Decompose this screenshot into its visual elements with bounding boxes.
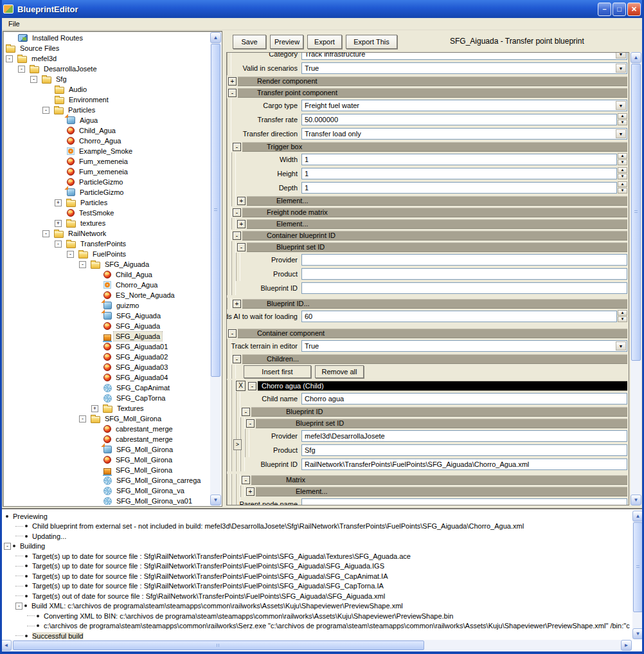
collapse-section-icon[interactable]: - [233, 143, 241, 151]
spinner-down-icon[interactable]: ▼ [618, 188, 627, 194]
tree-item[interactable]: -SFG_Moll_Girona [4, 413, 210, 424]
collapse-toggle-icon[interactable]: - [6, 55, 13, 62]
tree-item[interactable]: SFG_Aiguada [4, 331, 210, 341]
spinner-control[interactable]: ▲▼ [618, 113, 627, 126]
collapse-section-icon[interactable]: - [233, 355, 241, 363]
tree-item[interactable]: SFG_CapAnimat [4, 383, 210, 393]
log-horizontal-scrollbar[interactable]: ◄ ► [1, 640, 632, 651]
tree-item[interactable]: Child_Agua [4, 269, 210, 280]
text-field[interactable] [301, 498, 627, 505]
log-entry[interactable]: Successful build [1, 631, 631, 639]
section-header-bar[interactable]: Trigger box [242, 142, 627, 152]
section-header-bar[interactable]: Container component [238, 329, 627, 338]
log-entry[interactable]: c:\archivos de programa\steam\steamapps\… [1, 621, 631, 631]
section-header-bar[interactable]: Freight node matrix [242, 208, 627, 217]
section-header-bar[interactable]: Container blueprint ID [242, 231, 627, 241]
scroll-up-icon[interactable]: ▲ [210, 32, 221, 43]
collapse-toggle-icon[interactable]: - [42, 230, 49, 237]
preview-button[interactable]: Preview [270, 35, 303, 49]
spinner-down-icon[interactable]: ▼ [618, 174, 627, 179]
menu-file[interactable]: File [6, 19, 22, 28]
delete-child-button[interactable]: X [236, 381, 246, 391]
form-scrollbar[interactable]: ▲ ▼ [631, 52, 641, 505]
collapse-toggle-icon[interactable]: - [18, 66, 25, 73]
spinner-down-icon[interactable]: ▼ [618, 120, 627, 125]
collapse-section-icon[interactable]: - [233, 232, 241, 240]
tree-item[interactable]: Installed Routes [4, 33, 210, 43]
dropdown-arrow-icon[interactable]: ▼ [616, 101, 626, 110]
dropdown-arrow-icon[interactable]: ▼ [616, 64, 626, 73]
log-entry[interactable]: Previewing [1, 511, 631, 522]
minimize-button[interactable]: – [598, 3, 611, 16]
expand-toggle-icon[interactable]: + [55, 199, 62, 206]
tree-item[interactable]: Audio [4, 84, 210, 95]
spinner-up-icon[interactable]: ▲ [618, 181, 627, 187]
collapse-toggle-icon[interactable]: - [67, 251, 74, 258]
text-field[interactable]: 1 [301, 182, 617, 194]
dropdown-field[interactable]: Track infrastructure▼ [301, 52, 627, 60]
tree-item[interactable]: Fum_xemeneia [4, 167, 210, 177]
collapse-toggle-icon[interactable]: - [55, 241, 62, 248]
text-field[interactable] [301, 282, 627, 294]
remove-all-button[interactable]: Remove all [315, 365, 364, 378]
log-entry[interactable]: Child blueprint from external set - not … [1, 522, 631, 532]
tree-item[interactable]: SFG_Moll_Girona_carrega [4, 475, 210, 486]
tree-item[interactable]: ES_Norte_Aguada [4, 290, 210, 300]
log-entry[interactable]: -Build XML: c:\archivos de programa\stea… [1, 601, 631, 612]
tree-item[interactable]: Source Files [4, 43, 210, 53]
log-entry[interactable]: -Building [1, 541, 631, 552]
collapse-toggle-icon[interactable]: - [79, 415, 86, 422]
spinner-down-icon[interactable]: ▼ [618, 316, 627, 322]
collapse-section-icon[interactable]: - [228, 89, 237, 97]
tree-item[interactable]: SFG_Moll_Girona [4, 465, 210, 475]
tree-item[interactable]: -DesarrollaJosete [4, 64, 210, 74]
section-header-bar[interactable]: Children... [242, 354, 627, 364]
tree-item[interactable]: Environment [4, 95, 210, 105]
scroll-down-icon[interactable]: ▼ [210, 495, 221, 505]
log-entry[interactable]: Target(s) up to date for source file : S… [1, 561, 631, 572]
spinner-control[interactable]: ▲▼ [618, 167, 627, 180]
text-field[interactable]: 60 [301, 311, 617, 322]
expand-toggle-icon[interactable]: + [55, 220, 62, 227]
tree-item[interactable]: SFG_Moll_Girona_va [4, 486, 210, 496]
expand-section-icon[interactable]: + [237, 197, 246, 205]
log-entry[interactable]: Target(s) up to date for source file : S… [1, 571, 631, 581]
collapse-section-icon[interactable]: - [237, 243, 246, 251]
log-entry[interactable]: Target(s) out of date for source file : … [1, 591, 631, 601]
tree-item[interactable]: -TransferPoints [4, 239, 210, 249]
log-entry[interactable]: Updating... [1, 531, 631, 541]
tree-item[interactable]: -Particles [4, 105, 210, 115]
tree-item[interactable]: SFG_Moll_Girona [4, 444, 210, 455]
tree-item[interactable]: SFG_Aiguada04 [4, 372, 210, 383]
expand-section-icon[interactable]: + [246, 487, 255, 496]
log-entry[interactable]: Target(s) up to date for source file : S… [1, 581, 631, 592]
tree-item[interactable]: -mefel3d [4, 53, 210, 64]
export-button[interactable]: Export [307, 35, 342, 49]
collapse-section-icon[interactable]: - [233, 208, 241, 217]
section-header-bar[interactable]: Chorro agua (Child) [258, 381, 627, 391]
tree-item[interactable]: +Particles [4, 197, 210, 208]
tree-scrollbar[interactable]: ▲ ▼ [210, 32, 221, 505]
collapse-section-icon[interactable]: - [228, 329, 237, 338]
tree-item[interactable]: ParticleGizmo [4, 177, 210, 187]
collapse-section-icon[interactable]: - [242, 408, 250, 416]
section-header-bar[interactable]: Render component [238, 77, 627, 86]
tree-item[interactable]: TestSmoke [4, 208, 210, 218]
expand-section-icon[interactable]: + [237, 220, 246, 228]
spinner-up-icon[interactable]: ▲ [618, 153, 627, 159]
text-field[interactable]: 1 [301, 154, 617, 165]
form-scrollbar-thumb[interactable] [631, 64, 641, 361]
tree-item[interactable]: SFG_Aiguada [4, 321, 210, 331]
section-header-bar[interactable]: Element... [247, 196, 627, 206]
section-header-bar[interactable]: Element... [247, 219, 627, 229]
collapse-toggle-icon[interactable]: - [30, 76, 37, 83]
scroll-right-icon[interactable]: ► [621, 640, 632, 651]
tree-item[interactable]: Example_Smoke [4, 146, 210, 156]
section-header-bar[interactable]: Blueprint ID [251, 407, 627, 417]
tree-item[interactable]: Chorro_Agua [4, 136, 210, 146]
expand-section-icon[interactable]: + [233, 300, 241, 308]
collapse-section-icon[interactable]: - [248, 382, 256, 390]
scroll-up-icon[interactable]: ▲ [631, 52, 641, 63]
scroll-left-icon[interactable]: ◄ [1, 640, 12, 651]
spinner-control[interactable]: ▲▼ [618, 181, 627, 194]
